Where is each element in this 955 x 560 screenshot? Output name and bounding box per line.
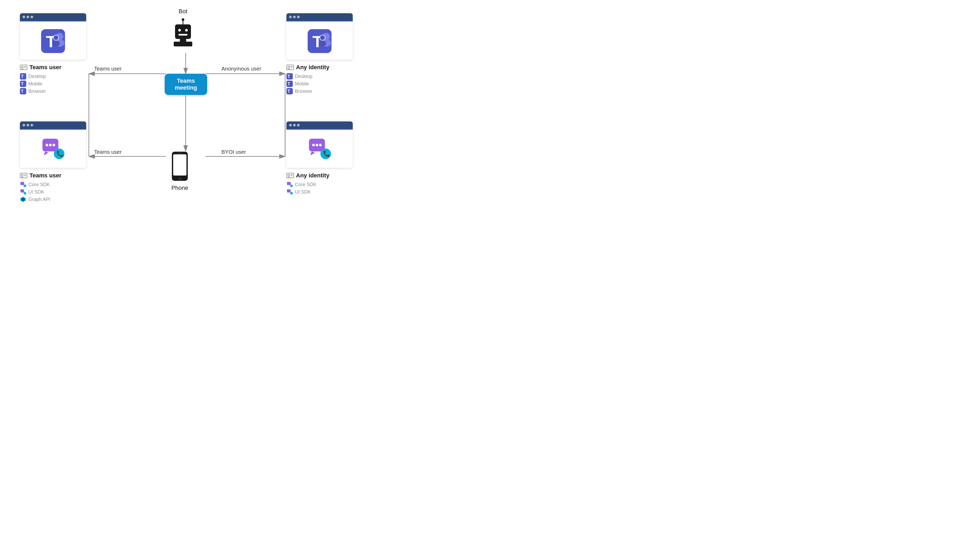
teams-icon-tl-1: T: [20, 73, 26, 80]
bottom-left-title-row: Teams user: [20, 172, 61, 179]
browser-body-tl: T: [20, 22, 86, 59]
top-right-arrow-label: Anonymous user: [221, 66, 261, 72]
svg-point-47: [45, 144, 48, 146]
browser-titlebar-bl: [20, 122, 86, 129]
svg-text:T: T: [21, 74, 23, 79]
teams-icon-tl-3: T: [20, 88, 26, 94]
dot1: [22, 124, 25, 127]
svg-rect-86: [180, 39, 186, 42]
teams-icon-tr-3: T: [286, 88, 293, 94]
svg-point-79: [290, 192, 293, 195]
dot2: [293, 16, 296, 18]
svg-text:T: T: [288, 82, 290, 86]
svg-rect-89: [173, 154, 186, 175]
svg-text:📞: 📞: [56, 150, 64, 157]
sdk-icon-bl-2: [20, 189, 26, 195]
svg-point-72: [288, 174, 290, 176]
top-right-title: Any identity: [296, 64, 329, 71]
dot2: [293, 124, 296, 127]
svg-point-82: [185, 29, 188, 31]
svg-point-36: [288, 66, 290, 68]
svg-rect-91: [177, 153, 182, 153]
sdk-icon-br-1: [286, 181, 293, 188]
top-left-arrow-label: Teams user: [94, 66, 122, 72]
bl-item-3: Graph API: [20, 196, 61, 203]
svg-point-18: [22, 66, 23, 68]
svg-point-34: [319, 41, 326, 46]
browser-titlebar-tl: [20, 13, 86, 21]
tl-item-2: T Mobile: [20, 81, 61, 87]
svg-text:📞: 📞: [323, 150, 330, 157]
svg-rect-80: [175, 24, 191, 39]
diagram: T Teams user: [6, 3, 365, 215]
svg-point-48: [49, 144, 52, 146]
bottom-left-arrow-label: Teams user: [94, 149, 122, 155]
br-item-1: Core SDK: [286, 181, 329, 188]
top-left-title: Teams user: [30, 64, 61, 71]
browser-body-bl: 📞: [20, 130, 86, 168]
top-left-info: Teams user T Desktop T Mobile T Browser: [20, 64, 61, 94]
svg-text:T: T: [21, 82, 23, 86]
top-left-title-row: Teams user: [20, 64, 61, 71]
phone-label: Phone: [171, 185, 188, 191]
svg-point-81: [178, 29, 181, 31]
svg-rect-58: [20, 182, 24, 185]
id-card-icon-tr: [286, 64, 294, 71]
sdk-icon-br-2: [286, 189, 293, 195]
id-card-icon-tl: [20, 64, 27, 71]
bottom-left-title: Teams user: [30, 172, 61, 179]
br-item-2: UI SDK: [286, 189, 329, 195]
svg-text:T: T: [21, 89, 23, 94]
svg-point-49: [53, 144, 55, 146]
svg-text:T: T: [288, 74, 290, 79]
dot2: [27, 16, 29, 18]
phone-icon: [171, 151, 189, 183]
svg-marker-50: [44, 152, 49, 155]
dot1: [289, 124, 292, 127]
browser-body-br: 📞: [286, 130, 353, 168]
svg-marker-68: [310, 152, 315, 155]
browser-titlebar-br: [286, 122, 353, 129]
svg-rect-76: [287, 182, 291, 185]
svg-point-65: [312, 144, 315, 146]
bot-icon: [170, 16, 196, 51]
teams-icon-tr-2: T: [286, 81, 293, 87]
svg-rect-83: [178, 34, 188, 36]
bot-area: Bot: [170, 8, 196, 51]
id-card-icon-br: [286, 172, 294, 179]
svg-point-54: [22, 174, 23, 176]
svg-point-16: [52, 41, 59, 46]
tr-item-2: T Mobile: [286, 81, 329, 87]
bottom-right-title-row: Any identity: [286, 172, 329, 179]
tr-item-3: T Browser: [286, 88, 329, 94]
dot3: [30, 16, 33, 18]
bottom-left-browser-card: 📞: [20, 122, 86, 168]
dot3: [30, 124, 33, 127]
svg-rect-78: [287, 189, 291, 192]
top-left-browser-card: T: [20, 13, 86, 59]
top-right-title-row: Any identity: [286, 64, 329, 71]
bottom-right-info: Any identity Core SDK UI SDK: [286, 172, 329, 195]
phone-area: Phone: [171, 151, 189, 191]
dot1: [22, 16, 25, 18]
browser-body-tr: T: [286, 22, 353, 59]
bottom-right-browser-card: 📞: [286, 122, 353, 168]
graph-icon-bl: [20, 196, 26, 203]
teams-meeting-button: Teams meeting: [165, 74, 207, 95]
bl-item-2: UI SDK: [20, 189, 61, 195]
svg-rect-87: [174, 42, 192, 46]
id-card-icon-bl: [20, 172, 27, 179]
sdk-icon-bl-1: [20, 181, 26, 188]
dot3: [297, 124, 300, 127]
svg-point-66: [316, 144, 318, 146]
dot2: [27, 124, 29, 127]
svg-point-59: [23, 185, 26, 187]
svg-point-61: [23, 192, 26, 195]
dot3: [297, 16, 300, 18]
svg-point-15: [53, 35, 58, 40]
bl-item-1: Core SDK: [20, 181, 61, 188]
svg-point-90: [178, 178, 181, 180]
bot-label: Bot: [178, 8, 187, 15]
dot1: [289, 16, 292, 18]
svg-rect-60: [20, 189, 24, 192]
